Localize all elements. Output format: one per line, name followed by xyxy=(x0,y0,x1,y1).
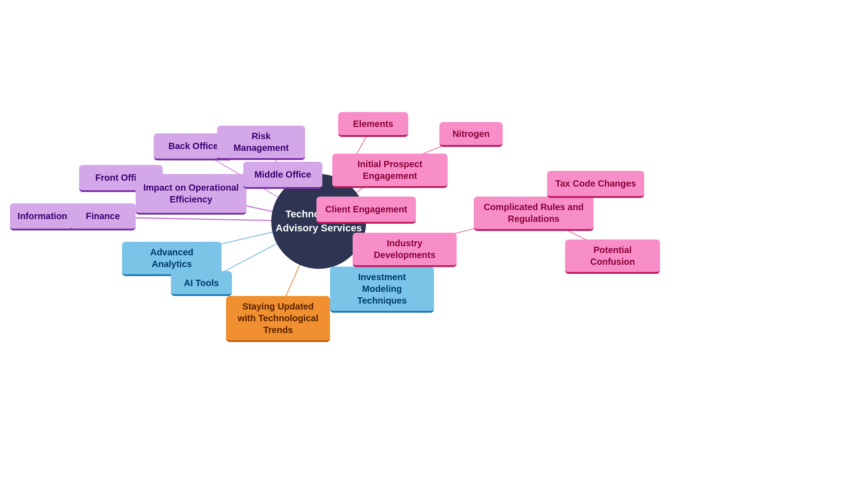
potential-confusion-node[interactable]: Potential Confusion xyxy=(565,239,660,274)
complicated-rules-node[interactable]: Complicated Rules and Regulations xyxy=(474,197,594,231)
client-engagement-node[interactable]: Client Engagement xyxy=(316,197,416,224)
risk-management-node[interactable]: Risk Management xyxy=(217,126,305,160)
ai-tools-node[interactable]: AI Tools xyxy=(171,271,232,296)
investment-modeling-node[interactable]: Investment Modeling Techniques xyxy=(330,267,434,313)
mindmap-container: Technology in Advisory ServicesFront Off… xyxy=(0,0,868,488)
industry-developments-node[interactable]: Industry Developments xyxy=(353,233,457,267)
finance-node[interactable]: Finance xyxy=(70,203,136,230)
nitrogen-node[interactable]: Nitrogen xyxy=(439,122,503,147)
middle-office-node[interactable]: Middle Office xyxy=(243,162,322,189)
impact-operational-node[interactable]: Impact on Operational Efficiency xyxy=(136,174,246,215)
initial-prospect-node[interactable]: Initial Prospect Engagement xyxy=(332,154,448,188)
staying-updated-node[interactable]: Staying Updated with Technological Trend… xyxy=(226,296,330,342)
tax-code-changes-node[interactable]: Tax Code Changes xyxy=(547,171,644,198)
elements-node[interactable]: Elements xyxy=(338,112,408,137)
